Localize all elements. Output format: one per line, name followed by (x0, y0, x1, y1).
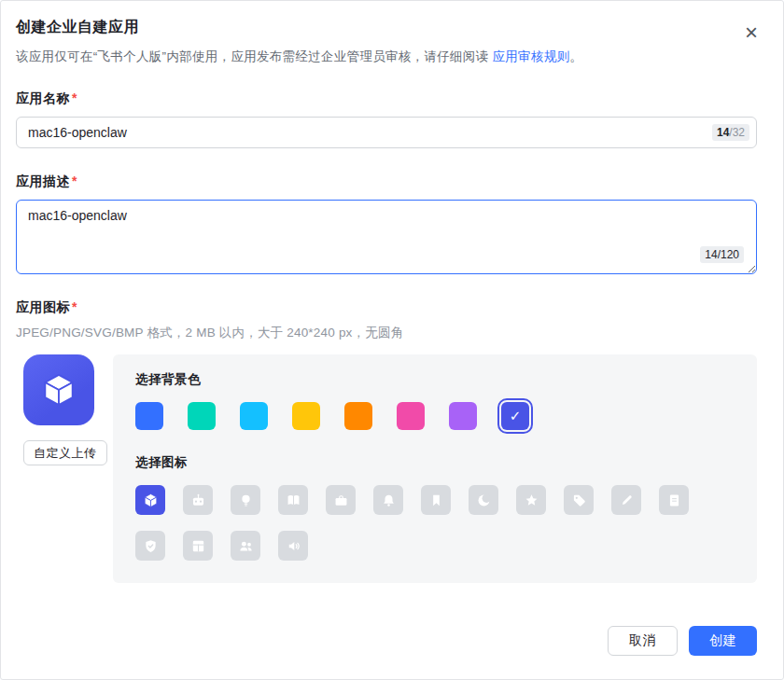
check-icon: ✓ (510, 408, 522, 424)
icon-option-layout[interactable] (183, 531, 213, 561)
briefcase-icon (332, 492, 350, 509)
name-input[interactable] (16, 117, 757, 148)
app-icon-preview (23, 354, 94, 425)
close-button[interactable]: × (738, 20, 764, 46)
dialog-title: 创建企业自建应用 (16, 18, 757, 37)
color-swatch-pink[interactable] (397, 402, 425, 430)
icon-option-moon[interactable] (469, 485, 498, 515)
name-input-wrap: 14/32 (16, 117, 757, 148)
icon-option-lightbulb[interactable] (231, 485, 260, 515)
pen-icon (618, 492, 636, 509)
cube-icon (38, 369, 79, 410)
icon-options (135, 485, 695, 561)
color-swatch-indigo-selected[interactable]: ✓ (501, 402, 529, 430)
description-label: 应用描述* (16, 173, 757, 190)
icon-option-shield[interactable] (135, 531, 165, 561)
icon-option-robot[interactable] (183, 485, 213, 515)
moon-icon (475, 492, 493, 509)
icon-picker-panel: 选择背景色 ✓ 选择图标 (113, 354, 757, 583)
icon-option-briefcase[interactable] (326, 485, 356, 515)
dialog-footer: 取消 创建 (608, 626, 757, 656)
custom-upload-button[interactable]: 自定义上传 (23, 440, 107, 465)
shield-check-icon (142, 537, 160, 555)
description-textarea[interactable]: mac16-openclaw (16, 200, 757, 274)
name-counter: 14/32 (712, 124, 749, 141)
tag-icon (570, 492, 588, 509)
voice-icon (285, 537, 302, 555)
color-swatches: ✓ (135, 402, 735, 430)
review-rules-link[interactable]: 应用审核规则 (492, 49, 569, 63)
color-swatch-blue[interactable] (135, 402, 163, 430)
icon-format-hint: JPEG/PNG/SVG/BMP 格式，2 MB 以内，大于 240*240 p… (16, 325, 757, 341)
color-swatch-orange[interactable] (344, 402, 372, 430)
cancel-button[interactable]: 取消 (608, 626, 678, 656)
robot-icon (189, 492, 207, 509)
icon-option-bell[interactable] (373, 485, 403, 515)
icon-picker-label: 选择图标 (135, 454, 735, 471)
color-swatch-cyan[interactable] (240, 402, 268, 430)
icon-option-pen[interactable] (611, 485, 641, 515)
users-icon (237, 537, 255, 555)
icon-area: 自定义上传 选择背景色 ✓ 选择图标 (16, 354, 757, 583)
color-swatch-green[interactable] (188, 402, 216, 430)
layout-icon (189, 537, 207, 555)
description-counter: 14/120 (700, 246, 744, 263)
star-icon (523, 492, 540, 509)
description-textarea-wrap: mac16-openclaw 14/120 (16, 200, 757, 274)
icon-option-cube[interactable] (135, 485, 165, 515)
name-label: 应用名称* (16, 90, 757, 107)
color-swatch-yellow[interactable] (292, 402, 320, 430)
icon-option-document[interactable] (659, 485, 689, 515)
book-icon (285, 492, 302, 509)
icon-option-users[interactable] (231, 531, 260, 561)
icon-option-tag[interactable] (564, 485, 594, 515)
icon-option-star[interactable] (516, 485, 546, 515)
bell-icon (380, 492, 398, 509)
create-button[interactable]: 创建 (689, 626, 757, 656)
document-icon (665, 492, 683, 509)
lightbulb-icon (237, 492, 255, 509)
icon-preview-column: 自定义上传 (16, 354, 113, 465)
cube-icon (142, 492, 160, 509)
icon-option-bookmark[interactable] (421, 485, 451, 515)
bg-color-label: 选择背景色 (135, 371, 735, 388)
create-app-dialog: 创建企业自建应用 × 该应用仅可在“飞书个人版”内部使用，应用发布需经过企业管理… (0, 0, 784, 680)
bookmark-icon (427, 492, 445, 509)
close-icon: × (745, 20, 758, 45)
required-asterisk: * (72, 299, 77, 314)
required-asterisk: * (72, 90, 77, 105)
subtitle-text: 该应用仅可在“飞书个人版”内部使用，应用发布需经过企业管理员审核，请仔细阅读 (16, 49, 492, 63)
icon-label: 应用图标* (16, 299, 757, 316)
color-swatch-purple[interactable] (449, 402, 477, 430)
icon-option-book[interactable] (278, 485, 308, 515)
required-asterisk: * (72, 173, 77, 188)
subtitle-suffix: 。 (569, 49, 582, 63)
icon-option-voice[interactable] (278, 531, 308, 561)
dialog-subtitle: 该应用仅可在“飞书个人版”内部使用，应用发布需经过企业管理员审核，请仔细阅读 应… (16, 49, 757, 65)
